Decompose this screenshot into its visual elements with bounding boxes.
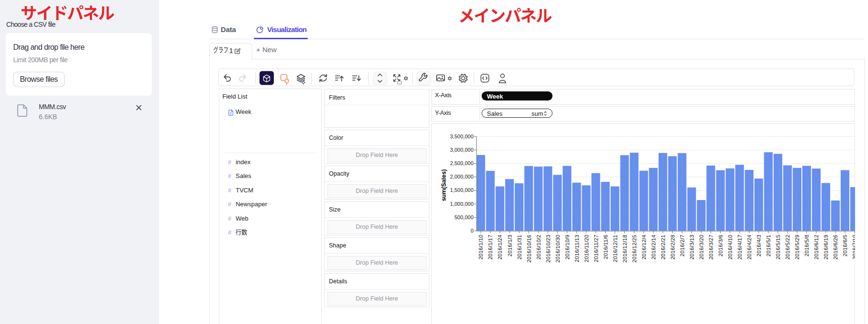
svg-text:sum(Sales): sum(Sales) <box>440 169 447 201</box>
svg-text:2016/3/13: 2016/3/13 <box>689 235 695 259</box>
svg-text:2016/10/23: 2016/10/23 <box>545 235 551 263</box>
svg-text:2016/2/28: 2016/2/28 <box>670 235 676 259</box>
svg-text:2016/11/13: 2016/11/13 <box>574 235 580 262</box>
svg-text:2016/4/10: 2016/4/10 <box>727 235 733 259</box>
svg-text:2,500,000: 2,500,000 <box>450 160 473 166</box>
svg-text:2016/6/12: 2016/6/12 <box>813 235 819 259</box>
svg-text:2016/11/20: 2016/11/20 <box>584 235 589 262</box>
svg-text:500,000: 500,000 <box>454 214 473 220</box>
svg-text:2016/4/17: 2016/4/17 <box>737 235 743 259</box>
svg-text:2016/12/18: 2016/12/18 <box>622 235 628 263</box>
svg-text:2016/1/3: 2016/1/3 <box>507 235 513 257</box>
svg-text:2016/5/1: 2016/5/1 <box>766 235 771 257</box>
svg-text:2016/1/17: 2016/1/17 <box>487 235 493 259</box>
svg-text:2016/2/14: 2016/2/14 <box>651 235 656 259</box>
svg-text:2016/2/7: 2016/2/7 <box>679 235 685 257</box>
svg-text:2016/6/5: 2016/6/5 <box>842 235 848 257</box>
svg-text:2016/5/29: 2016/5/29 <box>794 235 800 259</box>
svg-text:2016/12/25: 2016/12/25 <box>631 235 637 263</box>
svg-text:2016/6/19: 2016/6/19 <box>823 235 829 259</box>
svg-text:2016/5/15: 2016/5/15 <box>775 235 781 259</box>
svg-text:1,000,000: 1,000,000 <box>450 201 473 207</box>
svg-text:2016/11/27: 2016/11/27 <box>593 235 599 262</box>
svg-text:1,500,000: 1,500,000 <box>450 187 473 193</box>
svg-text:2016/3/27: 2016/3/27 <box>708 235 714 259</box>
svg-text:2016/6/26: 2016/6/26 <box>833 235 838 259</box>
svg-text:2016/12/11: 2016/12/11 <box>612 235 618 262</box>
svg-text:3,500,000: 3,500,000 <box>450 134 473 139</box>
svg-text:2016/5/8: 2016/5/8 <box>804 235 810 257</box>
svg-text:2016/1/31: 2016/1/31 <box>517 235 522 259</box>
svg-text:2016/7/10: 2016/7/10 <box>852 235 855 259</box>
svg-text:2016/5/22: 2016/5/22 <box>785 235 790 259</box>
svg-text:2016/4/24: 2016/4/24 <box>746 235 752 259</box>
svg-text:2016/12/4: 2016/12/4 <box>641 235 647 259</box>
svg-text:2016/3/20: 2016/3/20 <box>699 235 704 259</box>
svg-text:2016/10/9: 2016/10/9 <box>564 235 570 259</box>
svg-text:2016/2/21: 2016/2/21 <box>660 235 666 259</box>
svg-text:2,000,000: 2,000,000 <box>450 174 473 179</box>
svg-text:0: 0 <box>471 228 473 234</box>
svg-text:2016/4/3: 2016/4/3 <box>756 235 762 257</box>
svg-text:2016/11/6: 2016/11/6 <box>603 235 609 259</box>
svg-text:2016/1/10: 2016/1/10 <box>478 235 484 259</box>
svg-text:2016/3/6: 2016/3/6 <box>718 235 723 257</box>
svg-text:2016/10/30: 2016/10/30 <box>555 235 561 263</box>
svg-text:2016/1/24: 2016/1/24 <box>497 235 503 259</box>
svg-text:3,000,000: 3,000,000 <box>450 147 473 153</box>
svg-text:2016/10/16: 2016/10/16 <box>526 235 532 263</box>
svg-text:2016/10/2: 2016/10/2 <box>536 235 541 259</box>
